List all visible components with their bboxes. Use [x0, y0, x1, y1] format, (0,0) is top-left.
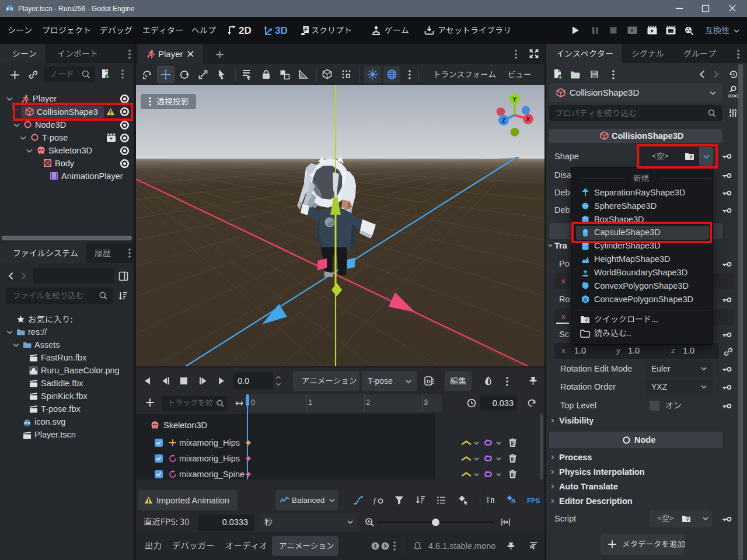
- svg-text:Z: Z: [502, 117, 506, 124]
- svg-text:T: T: [486, 496, 490, 505]
- svg-text:FPS: FPS: [527, 497, 540, 504]
- svg-text:Y: Y: [512, 96, 517, 103]
- svg-text:X: X: [526, 116, 530, 123]
- svg-text:DOC: DOC: [728, 93, 738, 99]
- svg-text:f: f: [374, 496, 377, 505]
- svg-text:D: D: [427, 378, 431, 384]
